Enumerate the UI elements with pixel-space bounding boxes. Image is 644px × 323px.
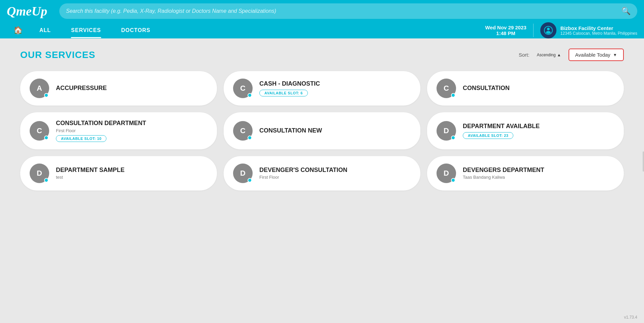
facility-name: Bizbox Facility Center [560, 25, 637, 31]
avatar-wrapper: D [30, 164, 49, 183]
service-card[interactable]: A ACCUPRESSURE [20, 71, 217, 106]
online-status-dot [451, 136, 455, 140]
service-info: ACCUPRESSURE [56, 85, 207, 92]
service-card[interactable]: C CONSULTATION [427, 71, 624, 106]
online-status-dot [44, 136, 49, 140]
sort-controls: Sort: Ascending ▲ Available Today ▼ [519, 49, 624, 61]
search-bar[interactable]: 🔍 [59, 3, 637, 19]
service-card[interactable]: D DEPARTMENT AVAILABLE AVAILABLE SLOT: 2… [427, 112, 624, 149]
online-status-dot [248, 178, 252, 182]
nav-right: Wed Nov 29 2023 1:48 PM Bizbox Facility … [485, 22, 637, 38]
online-status-dot [44, 93, 49, 97]
avatar-wrapper: A [30, 79, 49, 98]
nav-divider [533, 24, 534, 37]
nav-doctors[interactable]: DOCTORS [111, 23, 161, 38]
slot-badge: AVAILABLE SLOT: 6 [259, 90, 308, 96]
main-content: OUR SERVICES Sort: Ascending ▲ Available… [0, 38, 644, 307]
header-top: QmeUp 🔍 [0, 0, 644, 22]
avatar-wrapper: C [233, 121, 253, 141]
avatar-wrapper: C [437, 79, 456, 98]
service-name: ACCUPRESSURE [56, 85, 207, 92]
service-card[interactable]: C CONSULTATION DEPARTMENT First Floor AV… [20, 112, 217, 149]
time-text: 1:48 PM [485, 30, 526, 36]
search-input[interactable] [66, 8, 618, 14]
service-name: CONSULTATION [463, 85, 614, 92]
version-label: v1.73.4 [624, 315, 637, 320]
service-subtitle: First Floor [56, 128, 207, 133]
available-today-label: Available Today [575, 52, 611, 58]
slot-badge: AVAILABLE SLOT: 23 [463, 132, 513, 139]
sort-ascending-button[interactable]: Ascending ▲ [534, 51, 565, 59]
date-text: Wed Nov 29 2023 [485, 25, 526, 30]
service-grid: A ACCUPRESSURE C CASH - DIAGNOSTIC AVAIL… [20, 71, 624, 190]
avatar-wrapper: D [437, 164, 456, 183]
service-info: CASH - DIAGNOSTIC AVAILABLE SLOT: 6 [259, 80, 411, 96]
service-card[interactable]: C CASH - DIAGNOSTIC AVAILABLE SLOT: 6 [224, 71, 420, 106]
online-status-dot [451, 178, 455, 182]
datetime-display: Wed Nov 29 2023 1:48 PM [485, 25, 526, 36]
service-card[interactable]: D DEVENGER'S CONSULTATION First Floor [224, 156, 420, 190]
service-name: DEVENGERS DEPARTMENT [463, 167, 614, 174]
service-info: CONSULTATION NEW [259, 127, 411, 135]
avatar-wrapper: C [233, 79, 253, 98]
service-subtitle: Taas Bandang Kaliwa [463, 175, 614, 180]
online-status-dot [248, 93, 252, 97]
navigation: 🏠 ALL SERVICES DOCTORS Wed Nov 29 2023 1… [0, 22, 644, 38]
facility-info: Bizbox Facility Center 12345 Caloocan, M… [540, 22, 637, 38]
service-subtitle: First Floor [259, 175, 411, 180]
nav-links: ALL SERVICES DOCTORS [29, 23, 485, 38]
section-title: OUR SERVICES [20, 50, 95, 60]
service-card[interactable]: D DEVENGERS DEPARTMENT Taas Bandang Kali… [427, 156, 624, 190]
home-button[interactable]: 🏠 [7, 23, 29, 38]
sort-value: Ascending [537, 53, 556, 57]
facility-avatar [540, 22, 556, 38]
service-card[interactable]: D DEPARTMENT SAMPLE test [20, 156, 217, 190]
svg-point-2 [546, 31, 551, 34]
sort-label: Sort: [519, 52, 529, 58]
service-name: DEPARTMENT SAMPLE [56, 167, 207, 174]
logo: QmeUp [7, 5, 54, 18]
search-button[interactable]: 🔍 [621, 7, 631, 16]
header: QmeUp 🔍 🏠 ALL SERVICES DOCTORS Wed Nov 2… [0, 0, 644, 38]
nav-all[interactable]: ALL [29, 23, 61, 38]
avatar-wrapper: D [437, 121, 456, 141]
service-subtitle: test [56, 175, 207, 180]
facility-address: 12345 Caloocan, Metro Manila, Philippine… [560, 31, 637, 36]
avatar-wrapper: D [233, 164, 253, 183]
service-name: DEVENGER'S CONSULTATION [259, 167, 411, 174]
service-info: DEVENGERS DEPARTMENT Taas Bandang Kaliwa [463, 167, 614, 180]
chevron-down-icon: ▼ [613, 53, 617, 57]
service-card[interactable]: C CONSULTATION NEW [224, 112, 420, 149]
slot-badge: AVAILABLE SLOT: 10 [56, 135, 106, 142]
service-name: DEPARTMENT AVAILABLE [463, 123, 614, 130]
facility-text: Bizbox Facility Center 12345 Caloocan, M… [560, 25, 637, 36]
sort-chevron-icon: ▲ [557, 53, 561, 57]
scroll-indicator [643, 151, 644, 172]
service-info: CONSULTATION [463, 85, 614, 92]
service-name: CONSULTATION DEPARTMENT [56, 120, 207, 127]
online-status-dot [451, 93, 455, 97]
online-status-dot [248, 136, 252, 140]
available-today-dropdown[interactable]: Available Today ▼ [569, 49, 624, 61]
nav-services[interactable]: SERVICES [61, 23, 111, 38]
avatar-wrapper: C [30, 121, 49, 141]
service-info: DEPARTMENT SAMPLE test [56, 167, 207, 180]
online-status-dot [44, 178, 49, 182]
service-info: DEVENGER'S CONSULTATION First Floor [259, 167, 411, 180]
service-info: CONSULTATION DEPARTMENT First Floor AVAI… [56, 120, 207, 142]
service-info: DEPARTMENT AVAILABLE AVAILABLE SLOT: 23 [463, 123, 614, 139]
service-name: CASH - DIAGNOSTIC [259, 80, 411, 88]
svg-point-1 [547, 28, 550, 30]
section-header: OUR SERVICES Sort: Ascending ▲ Available… [20, 49, 624, 61]
service-name: CONSULTATION NEW [259, 127, 411, 135]
